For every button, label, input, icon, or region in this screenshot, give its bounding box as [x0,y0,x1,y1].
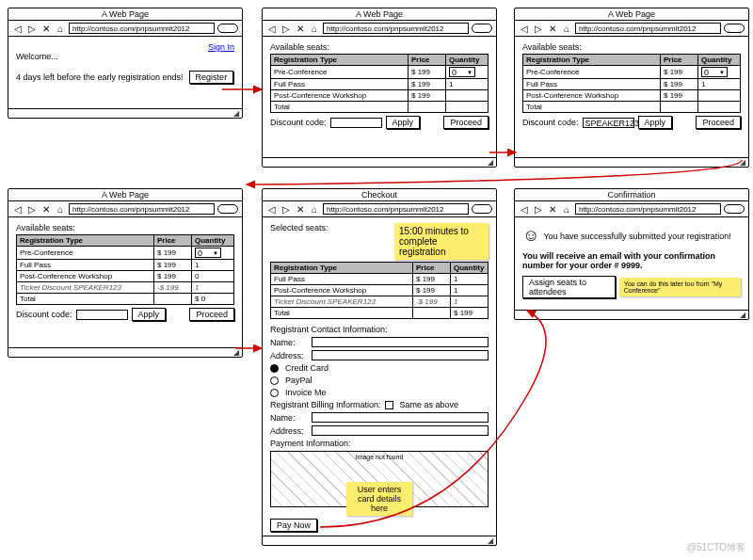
home-icon[interactable]: ⌂ [561,203,572,215]
forward-icon[interactable]: ▷ [533,23,544,34]
back-icon[interactable]: ◁ [519,203,530,215]
qty-select[interactable]: 0 [701,67,728,77]
window-title: A Web Page [263,8,496,21]
back-icon[interactable]: ◁ [266,203,278,215]
forward-icon[interactable]: ▷ [26,203,38,215]
go-button[interactable] [472,204,492,214]
home-icon[interactable]: ⌂ [309,23,320,34]
url-field[interactable]: http://contoso.com/pnpsummit2012 [323,203,469,215]
home-icon[interactable]: ⌂ [55,203,66,215]
qty-select[interactable]: 0 [195,248,221,258]
back-icon[interactable]: ◁ [12,23,24,34]
frame-seats-1: A Web Page ◁▷✕⌂ http://contoso.com/pnpsu… [262,8,497,168]
timer-note: 15:00 minutes to complete registration [394,223,489,260]
frame-seats-2: A Web Page ◁▷✕⌂ http://contoso.com/pnpsu… [514,8,749,168]
frame-seats-3: A Web Page ◁▷✕⌂ http://contoso.com/pnpsu… [8,188,243,358]
statusbar [8,108,242,118]
avail-label: Available seats: [522,42,741,52]
forward-icon[interactable]: ▷ [533,203,544,215]
go-button[interactable] [217,24,238,33]
discount-input[interactable] [330,118,382,128]
col-price: Price [409,55,446,66]
go-button[interactable] [724,24,745,33]
discount-label: Discount code: [270,118,327,127]
proceed-button[interactable]: Proceed [696,116,741,129]
statusbar [263,536,496,545]
navbar: ◁▷✕⌂ http://contoso.com/pnpsummit2012 [515,201,748,217]
back-icon[interactable]: ◁ [266,23,278,34]
assign-button[interactable]: Assign seats to attendees [522,276,616,298]
payinfo-header: Payment Information: [270,439,489,448]
apply-button[interactable]: Apply [638,116,673,129]
back-icon[interactable]: ◁ [519,23,530,34]
discount-input[interactable]: SPEAKER123 [583,118,634,128]
success-text: You have successfully submitted your reg… [543,232,730,241]
navbar: ◁ ▷ ✕ ⌂ http://contoso.com/pnpsummit2012 [8,21,242,37]
forward-icon[interactable]: ▷ [280,203,292,215]
window-title: A Web Page [8,189,242,201]
go-button[interactable] [724,204,745,214]
close-icon[interactable]: ✕ [547,23,558,34]
go-button[interactable] [217,204,238,214]
back-icon[interactable]: ◁ [12,203,24,215]
navbar: ◁▷✕⌂ http://contoso.com/pnpsummit2012 [515,21,748,37]
url-field[interactable]: http://contoso.com/pnpsummit2012 [575,23,721,34]
register-button[interactable]: Register [189,71,234,84]
bill-address-input[interactable] [312,425,489,436]
forward-icon[interactable]: ▷ [280,23,292,34]
frame-welcome: A Web Page ◁ ▷ ✕ ⌂ http://contoso.com/pn… [8,8,243,119]
apply-button[interactable]: Apply [132,308,167,321]
radio-invoice[interactable] [270,389,279,397]
signin-link[interactable]: Sign In [208,42,234,52]
discount-input[interactable] [76,310,128,320]
row-post: Post-Conference Workshop [271,90,409,102]
window-title: A Web Page [8,8,242,21]
frame-checkout: Checkout ◁▷✕⌂ http://contoso.com/pnpsumm… [262,188,497,546]
seats-table: Registration TypePriceQuantity Pre-Confe… [522,54,741,113]
window-title: Confirmation [515,189,748,201]
bill-name-input[interactable] [312,412,489,423]
seats-table: Registration TypePriceQuantity Pre-Confe… [16,234,234,305]
row-total: Total [271,102,409,113]
close-icon[interactable]: ✕ [547,203,558,215]
url-field[interactable]: http://contoso.com/pnpsummit2012 [575,203,721,215]
later-note: You can do this later too from "My Confe… [619,278,741,296]
home-icon[interactable]: ⌂ [309,203,320,215]
navbar: ◁▷✕⌂ http://contoso.com/pnpsummit2012 [263,21,496,37]
forward-icon[interactable]: ▷ [26,23,38,34]
url-field[interactable]: http://contoso.com/pnpsummit2012 [69,23,215,34]
url-field[interactable]: http://contoso.com/pnpsummit2012 [69,203,215,215]
seats-table: Registration TypePriceQuantity Pre-Confe… [270,54,489,113]
smiley-icon: ☺ [522,226,539,246]
close-icon[interactable]: ✕ [295,23,306,34]
countdown-text: 4 days left before the early registratio… [16,72,184,82]
selected-label: Selected seats: [270,223,328,232]
radio-cc[interactable] [270,364,279,373]
statusbar [515,310,748,319]
home-icon[interactable]: ⌂ [561,23,572,34]
col-qty: Quantity [446,55,489,66]
name-input[interactable] [312,337,489,347]
discount-label: Discount code: [16,310,72,319]
paynow-button[interactable]: Pay Now [270,519,317,532]
go-button[interactable] [472,24,492,33]
avail-label: Available seats: [16,223,234,232]
discount-row: Ticket Discount SPEAKER123 [17,282,154,294]
url-field[interactable]: http://contoso.com/pnpsummit2012 [323,23,469,34]
apply-button[interactable]: Apply [386,116,421,129]
proceed-button[interactable]: Proceed [443,116,489,129]
close-icon[interactable]: ✕ [40,23,52,34]
statusbar [515,157,748,167]
address-input[interactable] [312,350,489,360]
home-icon[interactable]: ⌂ [55,23,66,34]
qty-select[interactable]: 0 [449,67,475,77]
card-note: User enters card details here [346,482,412,516]
radio-paypal[interactable] [270,376,279,385]
close-icon[interactable]: ✕ [40,203,52,215]
selected-table: Registration TypePriceQuantity Full Pass… [270,262,489,319]
same-checkbox[interactable] [385,401,393,409]
close-icon[interactable]: ✕ [295,203,306,215]
navbar: ◁▷✕⌂ http://contoso.com/pnpsummit2012 [8,201,242,217]
row-full: Full Pass [271,79,409,90]
proceed-button[interactable]: Proceed [189,308,234,321]
